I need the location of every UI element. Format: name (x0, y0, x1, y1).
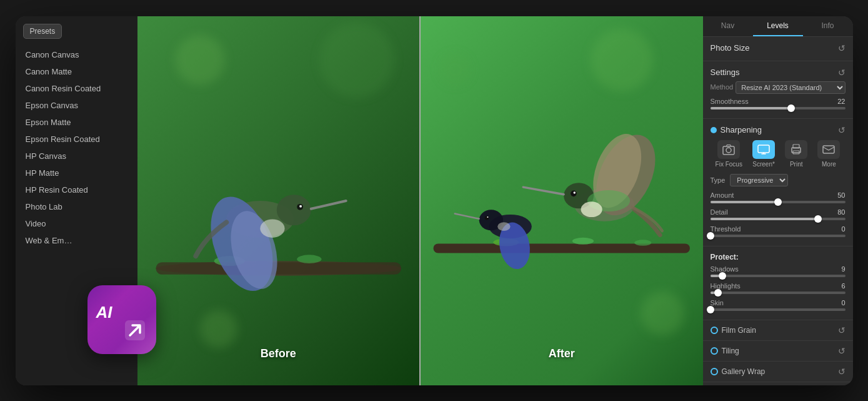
sidebar-item-canon-matte[interactable]: Canon Matte (16, 63, 137, 80)
tab-levels[interactable]: Levels (753, 16, 803, 36)
svg-point-18 (571, 190, 577, 196)
gallery-wrap-toggle-circle (711, 368, 718, 375)
scene-before-bg (137, 16, 420, 385)
print-icon-box (785, 140, 807, 159)
sidebar-item-photo-lab[interactable]: Photo Lab (16, 198, 137, 215)
svg-point-27 (487, 216, 488, 217)
more-icon-box (817, 140, 840, 159)
highlights-value: 6 (841, 282, 845, 290)
type-dropdown[interactable]: Progressive (730, 174, 788, 186)
highlights-label: Highlights (711, 282, 741, 290)
sidebar-item-video[interactable]: Video (16, 215, 137, 232)
sidebar-item-epson-resin[interactable]: Epson Resin Coated (16, 131, 137, 148)
svg-point-15 (634, 240, 651, 246)
right-panel: Nav Levels Info Photo Size ↺ Settings ↺ … (703, 16, 853, 385)
threshold-label: Threshold (711, 225, 741, 233)
smoothness-value: 22 (837, 98, 845, 105)
highlights-track[interactable] (711, 292, 846, 294)
settings-title: Settings (711, 68, 740, 77)
sharpening-reset[interactable]: ↺ (838, 125, 846, 135)
detail-track[interactable] (711, 218, 846, 220)
protect-title: Protect: (711, 253, 846, 261)
svg-point-26 (485, 215, 489, 220)
shadows-label: Shadows (711, 265, 739, 273)
sharpening-dot (711, 127, 717, 133)
more-label: More (822, 161, 836, 168)
sidebar-item-epson-canvas[interactable]: Epson Canvas (16, 97, 137, 114)
sidebar-item-hp-matte[interactable]: HP Matte (16, 165, 137, 181)
type-row: Type Progressive (711, 174, 846, 186)
screen-icon-box (752, 140, 775, 159)
photo-size-section: Photo Size ↺ (703, 37, 853, 61)
svg-point-4 (297, 255, 321, 263)
after-label: After (549, 347, 575, 360)
presets-button[interactable]: Presets (23, 24, 62, 39)
sidebar-item-web[interactable]: Web & Em… (16, 232, 137, 249)
amount-label: Amount (711, 191, 734, 199)
print-icon-item[interactable]: Print (785, 140, 807, 168)
tiling-reset[interactable]: ↺ (838, 346, 846, 356)
svg-point-6 (276, 195, 311, 225)
svg-rect-2 (156, 262, 401, 275)
detail-row: Detail 80 (711, 208, 846, 220)
screen-label: Screen* (752, 161, 775, 168)
amount-row: Amount 50 (711, 191, 846, 203)
method-row: Method Resize AI 2023 (Standard) (711, 81, 846, 94)
print-label: Print (790, 161, 803, 168)
gallery-wrap-reset[interactable]: ↺ (838, 367, 846, 377)
method-select[interactable]: Resize AI 2023 (Standard) (736, 81, 845, 94)
app-window: Presets Canon Canvas Canon Matte Canon R… (16, 16, 853, 385)
sidebar-item-epson-matte[interactable]: Epson Matte (16, 114, 137, 131)
svg-point-29 (497, 222, 511, 231)
amount-value: 50 (837, 191, 845, 199)
scene-after-bg (421, 16, 703, 385)
photo-before: Before (137, 16, 420, 385)
skin-value: 0 (841, 299, 845, 307)
shadows-value: 9 (841, 265, 845, 273)
gallery-wrap-label: Gallery Wrap (722, 367, 766, 376)
svg-point-8 (299, 205, 302, 207)
more-icon-item[interactable]: More (817, 140, 840, 168)
film-grain-toggle-circle (711, 327, 718, 334)
svg-rect-12 (434, 243, 690, 253)
photo-after: After (421, 16, 703, 385)
monitor-icon (757, 144, 770, 155)
tiling-label: Tiling (722, 347, 739, 355)
amount-track[interactable] (711, 201, 846, 203)
ai-icon[interactable]: AI (87, 285, 156, 354)
tab-nav[interactable]: Nav (703, 16, 753, 36)
film-grain-reset[interactable]: ↺ (838, 325, 846, 335)
fix-focus-icon-item[interactable]: Fix Focus (716, 140, 742, 168)
tab-info[interactable]: Info (803, 16, 853, 36)
photo-size-title: Photo Size (711, 43, 750, 53)
settings-reset[interactable]: ↺ (838, 68, 846, 78)
smoothness-track[interactable] (711, 107, 846, 109)
shadows-track[interactable] (711, 275, 846, 277)
sidebar-item-canon-canvas[interactable]: Canon Canvas (16, 46, 137, 63)
screen-icon-item[interactable]: Screen* (752, 140, 775, 168)
sidebar-item-hp-canvas[interactable]: HP Canvas (16, 148, 137, 165)
photo-size-reset[interactable]: ↺ (838, 43, 846, 53)
svg-rect-36 (823, 146, 834, 153)
tiling-toggle[interactable]: Tiling ↺ (703, 341, 853, 362)
skin-track[interactable] (711, 308, 846, 311)
printer-icon (790, 144, 802, 155)
panel-tabs: Nav Levels Info (703, 16, 853, 37)
camera-icon (722, 144, 735, 155)
film-grain-toggle[interactable]: Film Grain ↺ (703, 320, 853, 341)
svg-point-11 (260, 219, 284, 237)
skin-row: Skin 0 (711, 299, 846, 311)
before-label: Before (261, 347, 296, 360)
sharpening-icons: Fix Focus Screen* (711, 140, 846, 168)
sharpening-title: Sharpening (721, 125, 762, 135)
main-content: Before (137, 16, 703, 385)
tiling-toggle-circle (711, 347, 718, 355)
fix-focus-icon-box (717, 140, 740, 159)
svg-rect-32 (758, 145, 769, 153)
sidebar-item-canon-resin[interactable]: Canon Resin Coated (16, 80, 137, 97)
sidebar-item-hp-resin[interactable]: HP Resin Coated (16, 181, 137, 198)
threshold-track[interactable] (711, 235, 846, 237)
gallery-wrap-toggle[interactable]: Gallery Wrap ↺ (703, 362, 853, 382)
smoothness-label: Smoothness (711, 98, 749, 105)
photo-container: Before (137, 16, 703, 385)
